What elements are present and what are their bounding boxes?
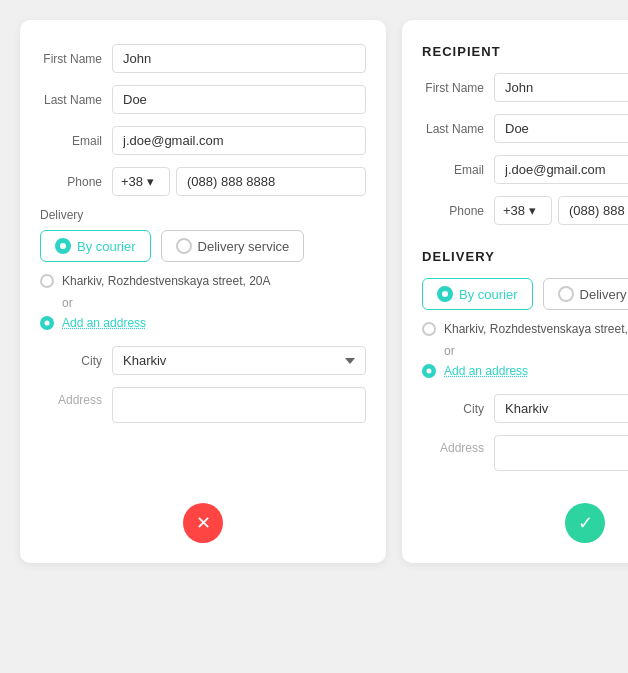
email-row: Email xyxy=(40,126,366,155)
address-radio-1[interactable] xyxy=(40,274,54,288)
right-panel-footer: ✓ xyxy=(422,483,628,543)
r-service-radio xyxy=(558,286,574,302)
left-panel: First Name Last Name Email Phone +38 ▾ D… xyxy=(20,20,386,563)
r-email-input[interactable] xyxy=(494,155,628,184)
address-option-2: Add an address xyxy=(40,316,366,330)
service-option-btn[interactable]: Delivery service xyxy=(161,230,305,262)
last-name-label: Last Name xyxy=(40,93,112,107)
or-text: or xyxy=(62,296,366,310)
recipient-title: RECIPIENT xyxy=(422,44,628,59)
r-address-radio-2[interactable] xyxy=(422,364,436,378)
phone-row: Phone +38 ▾ xyxy=(40,167,366,196)
r-first-name-label: First Name xyxy=(422,81,494,95)
email-input[interactable] xyxy=(112,126,366,155)
r-phone-row: Phone +38 ▾ xyxy=(422,196,628,225)
service-label: Delivery service xyxy=(198,239,290,254)
email-label: Email xyxy=(40,134,112,148)
r-first-name-row: First Name xyxy=(422,73,628,102)
r-address-radio-1[interactable] xyxy=(422,322,436,336)
address-input[interactable] xyxy=(112,387,366,423)
confirm-icon: ✓ xyxy=(578,512,593,534)
address-option-1: Kharkiv, Rozhdestvenskaya street, 20A xyxy=(40,274,366,288)
phone-code-value: +38 ▾ xyxy=(121,174,154,189)
r-service-option-btn[interactable]: Delivery service xyxy=(543,278,628,310)
phone-code-selector[interactable]: +38 ▾ xyxy=(112,167,170,196)
r-courier-radio xyxy=(437,286,453,302)
r-last-name-input[interactable] xyxy=(494,114,628,143)
r-or-text: or xyxy=(444,344,628,358)
delivery-title: DELIVERY xyxy=(422,249,628,264)
add-address-link[interactable]: Add an address xyxy=(62,316,146,330)
courier-option-btn[interactable]: By courier xyxy=(40,230,151,262)
r-city-row: City Kharkiv xyxy=(422,394,628,423)
r-city-select[interactable]: Kharkiv xyxy=(494,394,628,423)
panels-container: First Name Last Name Email Phone +38 ▾ D… xyxy=(20,20,608,563)
address-label: Address xyxy=(40,387,112,407)
r-address-option-2: Add an address xyxy=(422,364,628,378)
r-email-row: Email xyxy=(422,155,628,184)
confirm-button[interactable]: ✓ xyxy=(565,503,605,543)
courier-label: By courier xyxy=(77,239,136,254)
phone-label: Phone xyxy=(40,175,112,189)
r-address-label: Address xyxy=(422,435,494,455)
first-name-label: First Name xyxy=(40,52,112,66)
r-first-name-input[interactable] xyxy=(494,73,628,102)
city-label: City xyxy=(40,354,112,368)
r-city-label: City xyxy=(422,402,494,416)
address-text-1: Kharkiv, Rozhdestvenskaya street, 20A xyxy=(62,274,271,288)
r-phone-number-input[interactable] xyxy=(558,196,628,225)
right-panel: RECIPIENT First Name Last Name Email Pho… xyxy=(402,20,628,563)
cancel-button[interactable]: ✕ xyxy=(183,503,223,543)
delivery-section-label: Delivery xyxy=(40,208,366,222)
address-radio-2[interactable] xyxy=(40,316,54,330)
city-row: City Kharkiv xyxy=(40,346,366,375)
last-name-row: Last Name xyxy=(40,85,366,114)
r-address-input[interactable] xyxy=(494,435,628,471)
left-panel-footer: ✕ xyxy=(40,483,366,543)
r-address-option-1: Kharkiv, Rozhdestvenskaya street, 20A xyxy=(422,322,628,336)
r-phone-code-selector[interactable]: +38 ▾ xyxy=(494,196,552,225)
city-select[interactable]: Kharkiv xyxy=(112,346,366,375)
first-name-input[interactable] xyxy=(112,44,366,73)
r-last-name-label: Last Name xyxy=(422,122,494,136)
r-phone-label: Phone xyxy=(422,204,494,218)
r-address-text-1: Kharkiv, Rozhdestvenskaya street, 20A xyxy=(444,322,628,336)
address-row: Address xyxy=(40,387,366,423)
r-courier-label: By courier xyxy=(459,287,518,302)
r-phone-code-value: +38 ▾ xyxy=(503,203,536,218)
r-courier-option-btn[interactable]: By courier xyxy=(422,278,533,310)
service-radio xyxy=(176,238,192,254)
r-add-address-link[interactable]: Add an address xyxy=(444,364,528,378)
phone-inputs: +38 ▾ xyxy=(112,167,366,196)
r-last-name-row: Last Name xyxy=(422,114,628,143)
cancel-icon: ✕ xyxy=(196,512,211,534)
r-email-label: Email xyxy=(422,163,494,177)
first-name-row: First Name xyxy=(40,44,366,73)
r-address-row: Address xyxy=(422,435,628,471)
phone-number-input[interactable] xyxy=(176,167,366,196)
r-service-label: Delivery service xyxy=(580,287,628,302)
delivery-options: By courier Delivery service xyxy=(40,230,366,262)
r-delivery-options: By courier Delivery service xyxy=(422,278,628,310)
last-name-input[interactable] xyxy=(112,85,366,114)
r-phone-inputs: +38 ▾ xyxy=(494,196,628,225)
courier-radio xyxy=(55,238,71,254)
